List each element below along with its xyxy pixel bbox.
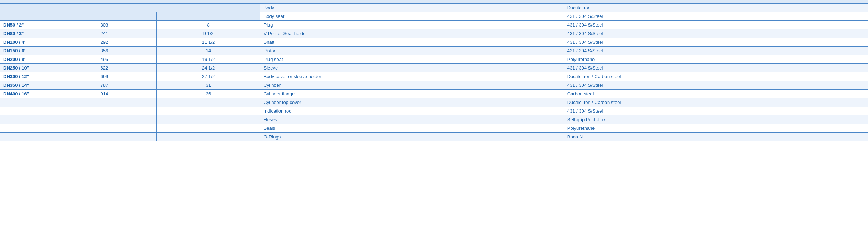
table-row: DN100 / 4"29211 1/2Shaft431 / 304 S/Stee…: [0, 38, 868, 47]
unit-cell: DN80 / 3": [0, 29, 52, 38]
part-body-name: Body: [260, 4, 564, 12]
part-name-cell-placeholder: Body seat: [260, 12, 564, 21]
part-name-cell: Hoses: [260, 115, 564, 124]
part-name-cell: Cylinder: [260, 81, 564, 90]
material-spec-cell: Ductile iron / Carbon steel: [564, 98, 868, 107]
material-spec-cell: 431 / 304 S/Steel: [564, 64, 868, 72]
inch-cell: 11 1/2: [156, 38, 260, 47]
table-row: HosesSelf-grip Puch-Lok: [0, 115, 868, 124]
part-name-cell: Plug seat: [260, 55, 564, 64]
mm-cell: 356: [52, 47, 156, 55]
part-name-cell: Body cover or sleeve holder: [260, 72, 564, 81]
mm-cell: [52, 124, 156, 133]
material-spec-cell: 431 / 304 S/Steel: [564, 81, 868, 90]
table-row: SealsPolyurethane: [0, 124, 868, 133]
material-spec-cell: Polyurethane: [564, 124, 868, 133]
unit-cell: DN150 / 6": [0, 47, 52, 55]
table-row: O-RingsBona N: [0, 133, 868, 141]
unit-cell: [0, 124, 52, 133]
mm-header: [52, 12, 156, 21]
ansi-150-header: [0, 4, 260, 12]
inch-cell: 24 1/2: [156, 64, 260, 72]
unit-cell: DN300 / 12": [0, 72, 52, 81]
material-spec-cell: Polyurethane: [564, 55, 868, 64]
part-name-cell: Cylinder flange: [260, 90, 564, 98]
unit-cell: DN200 / 8": [0, 55, 52, 64]
material-spec-cell: 431 / 304 S/Steel: [564, 47, 868, 55]
mm-cell: 303: [52, 21, 156, 29]
unit-cell: [0, 133, 52, 141]
inch-header: [156, 12, 260, 21]
unit-cell: DN350 / 14": [0, 81, 52, 90]
unit-cell: [0, 107, 52, 115]
mat-spec-cell-placeholder: 431 / 304 S/Steel: [564, 12, 868, 21]
part-name-cell: V-Port or Seat holder: [260, 29, 564, 38]
inch-cell: [156, 133, 260, 141]
table-row: DN300 / 12"69927 1/2Body cover or sleeve…: [0, 72, 868, 81]
inch-cell: 36: [156, 90, 260, 98]
material-spec-cell: Carbon steel: [564, 90, 868, 98]
unit-cell: DN100 / 4": [0, 38, 52, 47]
part-name-cell: Cylinder top cover: [260, 98, 564, 107]
table-row: DN80 / 3"2419 1/2V-Port or Seat holder43…: [0, 29, 868, 38]
part-name-cell: Plug: [260, 21, 564, 29]
table-row: DN350 / 14"78731Cylinder431 / 304 S/Stee…: [0, 81, 868, 90]
mm-cell: [52, 115, 156, 124]
inch-cell: 27 1/2: [156, 72, 260, 81]
unit-cell: DN50 / 2": [0, 21, 52, 29]
inch-cell: 19 1/2: [156, 55, 260, 64]
table-row: DN150 / 6"35614Piston431 / 304 S/Steel: [0, 47, 868, 55]
mm-cell: 495: [52, 55, 156, 64]
material-spec-header: [564, 0, 868, 4]
table-row: Cylinder top coverDuctile iron / Carbon …: [0, 98, 868, 107]
material-spec-cell: Self-grip Puch-Lok: [564, 115, 868, 124]
mm-cell: [52, 98, 156, 107]
unit-cell: [0, 98, 52, 107]
column-label-row: Body seat 431 / 304 S/Steel: [0, 12, 868, 21]
table-row: DN50 / 2"3038Plug431 / 304 S/Steel: [0, 21, 868, 29]
part-name-cell: Sleeve: [260, 64, 564, 72]
mm-cell: [52, 107, 156, 115]
inch-cell: [156, 98, 260, 107]
inch-cell: [156, 124, 260, 133]
material-spec-cell: 431 / 304 S/Steel: [564, 38, 868, 47]
part-name-header: [260, 0, 564, 4]
material-spec-cell: Ductile iron / Carbon steel: [564, 72, 868, 81]
inch-cell: [156, 115, 260, 124]
table-row: DN200 / 8"49519 1/2Plug seatPolyurethane: [0, 55, 868, 64]
table-row: DN250 / 10"62224 1/2Sleeve431 / 304 S/St…: [0, 64, 868, 72]
unit-cell: DN250 / 10": [0, 64, 52, 72]
mm-cell: 241: [52, 29, 156, 38]
mm-cell: [52, 133, 156, 141]
unit-cell: DN400 / 16": [0, 90, 52, 98]
part-name-cell: Shaft: [260, 38, 564, 47]
mm-cell: 622: [52, 64, 156, 72]
material-spec-cell: Bona N: [564, 133, 868, 141]
part-name-cell: Seals: [260, 124, 564, 133]
part-name-cell: Indication rod: [260, 107, 564, 115]
unit-header: [0, 12, 52, 21]
inch-cell: 31: [156, 81, 260, 90]
sub-header-row: Body Ductile iron: [0, 4, 868, 12]
face-to-face-header: [0, 0, 260, 4]
inch-cell: 14: [156, 47, 260, 55]
unit-cell: [0, 115, 52, 124]
inch-cell: 8: [156, 21, 260, 29]
material-spec-cell: 431 / 304 S/Steel: [564, 29, 868, 38]
inch-cell: [156, 107, 260, 115]
mm-cell: 914: [52, 90, 156, 98]
mm-cell: 292: [52, 38, 156, 47]
part-name-cell: O-Rings: [260, 133, 564, 141]
table-row: DN400 / 16"91436Cylinder flangeCarbon st…: [0, 90, 868, 98]
material-spec-cell: 431 / 304 S/Steel: [564, 21, 868, 29]
table-row: Indication rod431 / 304 S/Steel: [0, 107, 868, 115]
main-header-row: [0, 0, 868, 4]
material-spec-cell: 431 / 304 S/Steel: [564, 107, 868, 115]
mm-cell: 787: [52, 81, 156, 90]
mm-cell: 699: [52, 72, 156, 81]
inch-cell: 9 1/2: [156, 29, 260, 38]
part-body-material: Ductile iron: [564, 4, 868, 12]
part-name-cell: Piston: [260, 47, 564, 55]
